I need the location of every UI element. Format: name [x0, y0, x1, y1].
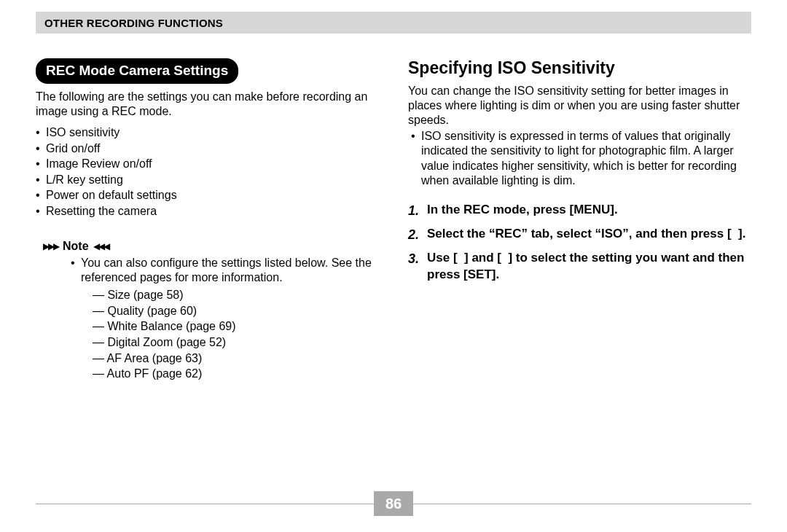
step-item: Use [ ] and [ ] to select the setting yo… — [408, 250, 751, 283]
list-item: Grid on/off — [36, 141, 379, 157]
right-heading: Specifying ISO Sensitivity — [408, 58, 751, 78]
right-column: Specifying ISO Sensitivity You can chang… — [408, 58, 751, 481]
list-item: Resetting the camera — [36, 203, 379, 219]
list-item: — AF Area (page 63) — [93, 351, 379, 367]
list-item: — Digital Zoom (page 52) — [93, 335, 379, 351]
section-pill: REC Mode Camera Settings — [36, 58, 238, 84]
instruction-steps: In the REC mode, press [MENU]. Select th… — [408, 202, 751, 283]
list-item: L/R key setting — [36, 172, 379, 188]
note-label: Note — [63, 240, 89, 253]
settings-bullet-list: ISO sensitivity Grid on/off Image Review… — [36, 125, 379, 219]
list-item: — White Balance (page 69) — [93, 318, 379, 335]
iso-explanation-bullet: ISO sensitivity is expressed in terms of… — [408, 129, 751, 189]
section-header-text: Other Recording Functions — [44, 17, 223, 29]
page-footer: 86 — [36, 491, 751, 516]
list-item: Image Review on/off — [36, 156, 379, 172]
list-item: ISO sensitivity — [36, 125, 379, 141]
note-references: — Size (page 58) — Quality (page 60) — W… — [71, 287, 379, 382]
step-item: Select the “REC” tab, select “ISO”, and … — [408, 226, 751, 243]
triangle-left-icon: ◀◀◀ — [93, 241, 109, 251]
triangle-right-icon: ▶▶▶ — [43, 241, 58, 251]
list-item: Power on default settings — [36, 187, 379, 203]
left-column: REC Mode Camera Settings The following a… — [36, 58, 379, 481]
step-item: In the REC mode, press [MENU]. — [408, 202, 751, 219]
note-heading-row: ▶▶▶ Note ◀◀◀ — [36, 240, 379, 253]
iso-bullet-wrap: ISO sensitivity is expressed in terms of… — [408, 129, 751, 189]
page-number: 86 — [374, 491, 413, 516]
note-text: You can also configure the settings list… — [71, 256, 379, 286]
section-header-bar: Other Recording Functions — [36, 12, 751, 34]
manual-page: Other Recording Functions REC Mode Camer… — [0, 0, 787, 532]
list-item: — Quality (page 60) — [93, 303, 379, 319]
note-body: You can also configure the settings list… — [36, 256, 379, 382]
right-intro-text: You can change the ISO sensitivity setti… — [408, 84, 751, 128]
content-columns: REC Mode Camera Settings The following a… — [36, 58, 751, 481]
list-item: — Auto PF (page 62) — [93, 366, 379, 382]
left-intro-text: The following are the settings you can m… — [36, 90, 379, 119]
list-item: — Size (page 58) — [93, 287, 379, 303]
